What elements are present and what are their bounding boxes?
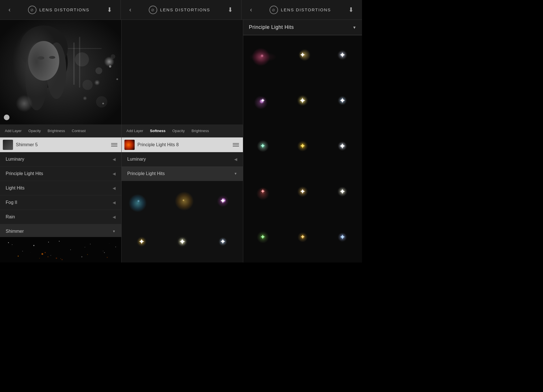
svg-point-34 — [39, 258, 40, 259]
svg-point-2 — [83, 80, 93, 90]
brightness-btn-mid[interactable]: Brightness — [191, 128, 209, 134]
category-rain-label-left: Rain — [6, 214, 15, 219]
effect-right-12[interactable]: ✦ — [323, 172, 362, 211]
add-layer-btn-mid[interactable]: Add Layer — [126, 128, 144, 134]
back-button-mid[interactable]: ‹ — [126, 5, 134, 15]
brightness-btn-left[interactable]: Brightness — [47, 128, 65, 134]
layer-thumb-left — [3, 140, 13, 150]
nav-section-right: ‹ ⊘ LENS DISTORTIONS ⬇ — [242, 0, 362, 20]
category-lh-label-left: Light Hits — [6, 186, 25, 191]
effect-right-11[interactable]: ✦ — [283, 172, 322, 211]
svg-point-33 — [48, 256, 48, 257]
category-fog-left[interactable]: Fog II ◀ — [0, 195, 121, 210]
category-rain-left[interactable]: Rain ◀ — [0, 210, 121, 224]
shimmer-preview-svg — [0, 237, 121, 262]
svg-rect-19 — [0, 237, 121, 262]
download-button-left[interactable]: ⬇ — [104, 5, 115, 15]
effect-right-4[interactable]: ✦ — [243, 81, 283, 120]
svg-point-36 — [87, 254, 88, 255]
svg-point-37 — [107, 257, 108, 258]
download-button-mid[interactable]: ⬇ — [225, 5, 236, 15]
svg-rect-7 — [79, 37, 80, 88]
effect-right-3[interactable]: ✦ — [323, 35, 362, 75]
category-fog-label-left: Fog II — [6, 200, 17, 205]
category-shimmer-left[interactable]: Shimmer ▼ — [0, 224, 121, 237]
menu-line-mid-3 — [233, 146, 239, 147]
category-luminary-arrow-left: ◀ — [113, 157, 116, 161]
svg-point-15 — [49, 56, 55, 59]
effect-mid-4[interactable] — [122, 222, 162, 262]
category-luminary-left[interactable]: Luminary ◀ — [0, 152, 121, 167]
effect-right-10[interactable]: ✦ — [243, 172, 283, 211]
contrast-btn-left[interactable]: Contrast — [71, 128, 86, 134]
back-button-right[interactable]: ‹ — [247, 5, 255, 15]
effect-mid-1[interactable] — [122, 181, 162, 221]
category-header-label-right: Principle Light Hits — [249, 24, 294, 30]
effect-mid-3[interactable] — [203, 181, 243, 221]
effect-mid-9[interactable] — [203, 262, 243, 262]
category-lh-left[interactable]: Light Hits ◀ — [0, 181, 121, 195]
nav-title-right: ⊘ LENS DISTORTIONS — [270, 6, 331, 14]
svg-point-24 — [59, 241, 60, 242]
effect-mid-5[interactable] — [162, 222, 202, 262]
nav-bar: ‹ ⊘ LENS DISTORTIONS ⬇ ‹ ⊘ LENS DISTORTI… — [0, 0, 362, 20]
effect-mid-2[interactable] — [162, 181, 202, 221]
svg-point-17 — [109, 65, 111, 68]
category-luminary-mid[interactable]: Luminary ◀ — [122, 152, 243, 167]
panel-mid: Add Layer Softness Opacity Brightness Pr… — [122, 20, 243, 262]
category-lh-arrow-left: ◀ — [113, 186, 116, 190]
category-fog-arrow-left: ◀ — [113, 200, 116, 205]
menu-line-2 — [111, 145, 117, 145]
effect-right-8[interactable]: ✦ — [283, 126, 322, 166]
panel-left: Add Layer Opacity Brightness Contrast Sh… — [0, 20, 122, 262]
layer-thumb-preview-mid — [124, 140, 135, 150]
category-plh-label-left: Principle Light Hits — [6, 171, 43, 176]
panel-right: Principle Light Hits ▼ ✦ ✦ ✦ ✦ ✦ — [243, 20, 362, 262]
effect-mid-7[interactable] — [122, 262, 162, 262]
effect-right-15[interactable]: ✦ — [323, 217, 362, 257]
softness-btn-mid[interactable]: Softness — [149, 128, 166, 134]
effect-right-5[interactable]: ✦ — [283, 81, 322, 120]
opacity-btn-left[interactable]: Opacity — [28, 128, 41, 134]
back-button-left[interactable]: ‹ — [6, 5, 13, 15]
menu-line-mid-1 — [233, 143, 239, 144]
nav-title-mid: ⊘ LENS DISTORTIONS — [149, 6, 210, 14]
app-name-mid: LENS DISTORTIONS — [160, 7, 210, 12]
effect-right-9[interactable]: ✦ — [323, 126, 362, 166]
dropdown-icon-right[interactable]: ▼ — [352, 25, 356, 30]
add-layer-btn-left[interactable]: Add Layer — [4, 128, 22, 134]
category-plh-arrow-left: ◀ — [113, 171, 116, 176]
layer-menu-btn-left[interactable] — [110, 142, 118, 148]
opacity-btn-mid[interactable]: Opacity — [172, 128, 185, 134]
effect-right-13[interactable]: ✦ — [243, 217, 283, 257]
effect-right-1[interactable] — [243, 35, 283, 75]
shimmer-preview — [0, 237, 121, 262]
effect-right-7[interactable]: ✦ — [243, 126, 283, 166]
effect-mid-8[interactable] — [162, 262, 202, 262]
photo-area-left — [0, 20, 121, 124]
effect-right-6[interactable]: ✦ — [323, 81, 362, 120]
svg-point-11 — [25, 42, 48, 110]
svg-point-29 — [115, 247, 116, 247]
layer-name-mid: Principle Light Hits 8 — [137, 142, 229, 147]
category-plh-left[interactable]: Principle Light Hits ◀ — [0, 167, 121, 181]
effect-mid-6[interactable] — [203, 222, 243, 262]
effect-right-2[interactable]: ✦ — [283, 35, 322, 75]
layer-menu-btn-mid[interactable] — [232, 142, 240, 148]
category-rain-arrow-left: ◀ — [113, 215, 116, 219]
layer-row-mid: Principle Light Hits 8 — [122, 137, 243, 152]
app-name-left: LENS DISTORTIONS — [39, 7, 89, 12]
category-plh-mid[interactable]: Principle Light Hits ▼ — [122, 167, 243, 181]
effect-right-14[interactable]: ✦ — [283, 217, 322, 257]
photo-area-mid — [122, 20, 243, 124]
layer-thumb-preview-left — [3, 140, 13, 150]
effects-grid-mid — [122, 181, 243, 262]
menu-line-1 — [111, 143, 117, 144]
layer-row-left: Shimmer 5 — [0, 137, 121, 152]
nav-title-left: ⊘ LENS DISTORTIONS — [28, 6, 89, 14]
svg-point-23 — [51, 255, 51, 256]
download-button-right[interactable]: ⬇ — [346, 5, 356, 15]
svg-point-10 — [20, 25, 68, 71]
svg-point-12 — [47, 42, 66, 99]
svg-point-26 — [81, 256, 82, 257]
